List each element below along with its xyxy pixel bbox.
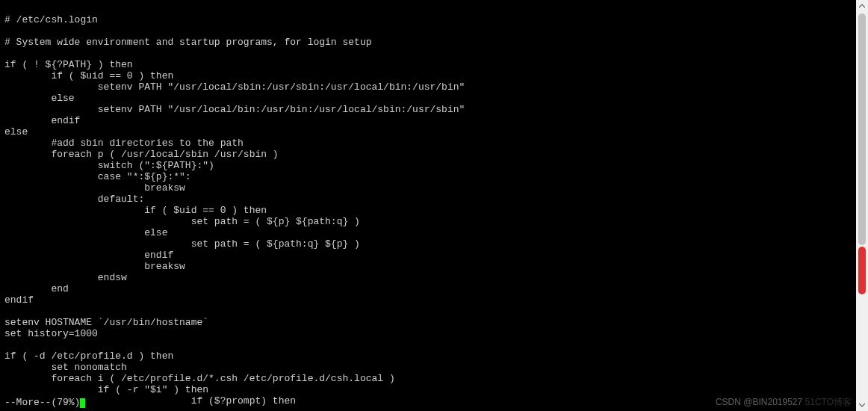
code-line: foreach i ( /etc/profile.d/*.csh /etc/pr…: [4, 373, 395, 384]
chevron-down-icon: [859, 403, 865, 407]
code-line: setenv PATH "/usr/local/sbin:/usr/sbin:/…: [4, 81, 465, 93]
code-line: breaksw: [4, 182, 185, 194]
code-line: set path = ( ${path:q} ${p} ): [4, 238, 360, 250]
code-line: default:: [4, 194, 144, 205]
scrollbar-thumb-highlight[interactable]: [858, 247, 866, 294]
code-line: end: [4, 283, 69, 294]
code-line: if ( $uid == 0 ) then: [4, 205, 267, 216]
code-line: if ( ! ${?PATH} ) then: [4, 59, 133, 70]
code-line: case "*:${p}:*":: [4, 171, 191, 182]
terminal-cursor: [80, 398, 85, 408]
code-line: set history=1000: [4, 328, 98, 339]
code-line: foreach p ( /usr/local/sbin /usr/sbin ): [4, 149, 279, 160]
more-pager-text: --More--(79%): [4, 397, 80, 408]
code-line: else: [4, 126, 28, 137]
code-line: if ( -r "$i" ) then: [4, 384, 208, 395]
watermark: CSDN @BIN2019527 51CTO博客: [716, 397, 852, 408]
code-line: breaksw: [4, 261, 185, 272]
code-line: else: [4, 93, 75, 104]
code-line: setenv HOSTNAME `/usr/bin/hostname`: [4, 317, 208, 328]
scroll-down-button[interactable]: [856, 399, 868, 411]
chevron-up-icon: [859, 4, 865, 8]
code-line: if ( $uid == 0 ) then: [4, 70, 173, 81]
terminal-viewport[interactable]: # /etc/csh.login # System wide environme…: [0, 0, 868, 411]
code-line: switch (":${PATH}:"): [4, 160, 214, 171]
code-line: # /etc/csh.login: [4, 14, 98, 25]
scrollbar-track[interactable]: [856, 0, 868, 411]
scroll-up-button[interactable]: [856, 0, 868, 12]
watermark-faded: 51CTO博客: [805, 397, 852, 407]
watermark-text: CSDN @BIN2019527: [716, 397, 802, 407]
code-line: set path = ( ${p} ${path:q} ): [4, 216, 360, 227]
scrollbar-thumb-upper[interactable]: [858, 13, 866, 245]
code-line: # System wide environment and startup pr…: [4, 37, 371, 48]
code-line: endsw: [4, 272, 127, 283]
code-line: endif: [4, 294, 34, 306]
code-line: set nonomatch: [4, 362, 127, 373]
code-line: endif: [4, 115, 80, 126]
file-content: # /etc/csh.login # System wide environme…: [4, 14, 864, 407]
code-line: if ( -d /etc/profile.d ) then: [4, 350, 173, 362]
code-line: else: [4, 227, 167, 238]
more-pager-status[interactable]: --More--(79%): [4, 397, 85, 408]
code-line: endif: [4, 250, 173, 261]
code-line: #add sbin directories to the path: [4, 137, 244, 149]
code-line: setenv PATH "/usr/local/bin:/usr/bin:/us…: [4, 104, 465, 115]
